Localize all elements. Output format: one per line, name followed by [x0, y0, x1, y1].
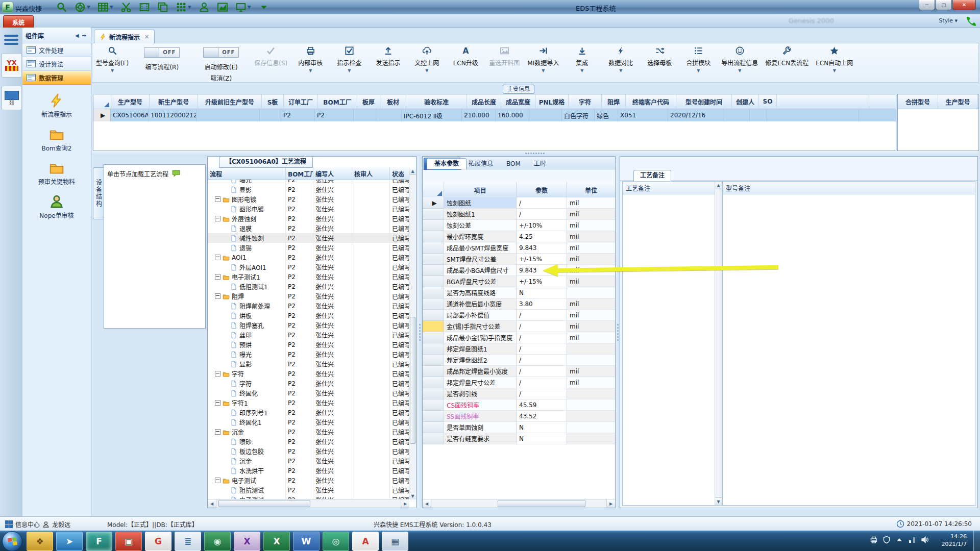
param-value-field[interactable]: N — [517, 287, 567, 298]
param-row[interactable]: ▶ 最小焊环宽度 4.25 mil — [423, 231, 615, 242]
grid-column-header[interactable]: 创建人 — [732, 94, 759, 109]
dropdown-caret[interactable]: ▼ — [580, 68, 583, 73]
param-row[interactable]: ▶ 金(锡)手指尺寸公差 / mil — [423, 321, 615, 332]
taskbar-app-notes[interactable]: ≣ — [175, 532, 201, 551]
预烘[interactable]: 预烘 P2 张仕兴 已编写 — [208, 340, 409, 349]
dropdown-caret[interactable]: ▼ — [833, 68, 836, 73]
merge-list-column-header[interactable]: 生产型号 — [938, 94, 978, 109]
tray-volume-icon[interactable] — [921, 536, 929, 544]
grid-data-row[interactable]: ▶ CX051006A010011200021249P2P2IPC-6012 Ⅱ… — [93, 109, 896, 121]
水洗烘干[interactable]: 水洗烘干 P2 张仕兴 已编写 — [208, 466, 409, 475]
column-flow[interactable]: 流程 — [208, 167, 286, 180]
column-value[interactable]: 参数 — [517, 182, 567, 197]
dropdown-caret[interactable]: ▼ — [188, 5, 191, 10]
taskbar-app-pdf[interactable]: A — [352, 532, 379, 551]
instruction-check-button[interactable]: 指示检查 ▼ — [330, 43, 369, 73]
dropdown-caret[interactable]: ▼ — [87, 5, 90, 10]
曝光[interactable]: 曝光 P2 张仕兴 已编写 — [208, 349, 409, 359]
dropdown-caret[interactable]: ▼ — [697, 68, 700, 73]
table-icon[interactable]: ▼ — [97, 2, 113, 13]
烘板[interactable]: 烘板 P2 张仕兴 已编写 — [208, 311, 409, 320]
taskbar-app-excel[interactable]: X — [263, 532, 290, 551]
grid-column-header[interactable]: 订单工厂 — [284, 94, 318, 109]
sidebar-item-data-manage[interactable]: 数据管理 — [22, 71, 91, 85]
param-value-field[interactable]: N — [517, 433, 567, 444]
collapse-icon[interactable] — [215, 293, 220, 299]
碱性蚀刻[interactable]: 碱性蚀刻 P2 张仕兴 已编写 — [208, 233, 409, 243]
param-row[interactable]: ▶ 成品最小SMT焊盘宽度 9.843 mil — [423, 242, 615, 254]
taskbar-app-word[interactable]: W — [293, 532, 320, 551]
reselect-panel-drawing-button[interactable]: 重选开料图 ▼ — [485, 43, 524, 73]
板边包胶[interactable]: 板边包胶 P2 张仕兴 已编写 — [208, 446, 409, 456]
collapse-icon[interactable] — [215, 274, 220, 280]
param-row[interactable]: ▶ 局部最小补偿值 / mil — [423, 310, 615, 321]
param-value-field[interactable]: / — [517, 332, 567, 343]
system-tab[interactable]: 系统 — [3, 15, 34, 28]
column-writer[interactable]: 编写人 — [313, 167, 352, 180]
phone-icon[interactable] — [965, 15, 976, 27]
search-icon[interactable]: ▼ — [56, 2, 67, 13]
send-instruction-button[interactable]: 发送指示 ▼ — [369, 43, 407, 73]
start-modify-toggle[interactable]: OFF 启动修改(E) 取消(Z) — [191, 43, 251, 82]
write-flow-toggle[interactable]: OFF 编写流程(R) — [132, 43, 191, 71]
ecn-auto-upload-button[interactable]: ECN自动上网 ▼ — [812, 43, 856, 73]
param-row[interactable]: ▶ SS面残铜率 43.52 — [423, 411, 615, 422]
param-row[interactable]: ▶ 蚀刻图纸1 / mil — [423, 209, 615, 220]
cancel-button[interactable]: 取消(Z) — [210, 73, 232, 82]
tab-device-structure[interactable]: 设备结构 — [93, 167, 104, 219]
collapse-icon[interactable] — [215, 255, 220, 260]
taskbar-clock[interactable]: 14:26 2021/1/7 — [942, 533, 967, 548]
显影[interactable]: 显影 P2 张仕兴 已编写 — [208, 359, 409, 369]
tab-process-notes[interactable]: 工艺备注 — [633, 170, 671, 181]
tray-expand-icon[interactable] — [895, 536, 903, 544]
param-value-field[interactable]: N — [517, 422, 567, 433]
图形电镀[interactable]: 图形电镀 P2 张仕兴 已编写 — [208, 194, 409, 204]
字符[interactable]: 字符 P2 张仕兴 已编写 — [208, 369, 409, 379]
电子测试[interactable]: 电子测试 P2 张仕兴 已编写 — [208, 475, 409, 485]
AOI1[interactable]: AOI1 P2 张仕兴 已编写 — [208, 253, 409, 262]
grid-column-header[interactable]: 成品长度 — [467, 94, 501, 109]
dropdown-caret[interactable]: ▼ — [248, 5, 251, 10]
dropdown-caret[interactable]: ▼ — [309, 68, 312, 73]
param-row[interactable]: ▶ BGA焊盘尺寸公差 +/-15% mil — [423, 276, 615, 287]
save-info-button[interactable]: 保存信息(S) ▼ — [251, 43, 291, 73]
param-row[interactable]: ▶ 成品最小金(锡)手指宽度 / mil — [423, 332, 615, 343]
param-value-field[interactable]: 45.59 — [517, 399, 567, 411]
sidebar-back-icon[interactable]: ◀ — [74, 33, 81, 38]
tray-help-icon[interactable] — [883, 536, 891, 544]
taskbar-app-save[interactable]: ▣ — [115, 532, 142, 551]
notes-vertical-scrollbar[interactable]: ▲ ▼ — [715, 182, 722, 505]
dropdown-caret[interactable]: ▼ — [110, 5, 113, 10]
tab-extend-info[interactable]: 拓展信息 — [462, 158, 499, 170]
param-value-field[interactable]: +/-10% — [517, 220, 567, 231]
help-ring-icon[interactable]: ▼ — [75, 2, 90, 13]
grid-column-header[interactable]: 升级前旧生产型号 — [198, 94, 262, 109]
param-row[interactable]: ▶ 是否有缝宽要求 N — [423, 433, 615, 444]
外层AOI1[interactable]: 外层AOI1 P2 张仕兴 已编写 — [208, 262, 409, 272]
喷砂[interactable]: 喷砂 P2 张仕兴 已编写 — [208, 437, 409, 446]
param-value-field[interactable]: / — [517, 197, 567, 209]
show-desktop-button[interactable] — [973, 531, 980, 551]
collapse-icon[interactable] — [215, 478, 220, 483]
param-row[interactable]: ▶ SMT焊盘尺寸公差 +/-15% mil — [423, 254, 615, 265]
tab-bom[interactable]: BOM — [500, 158, 527, 170]
param-value-field[interactable]: / — [517, 355, 567, 366]
taskbar-app-g[interactable]: G — [145, 532, 172, 551]
shortcut-new-flow[interactable]: 新流程指示 — [22, 93, 91, 118]
column-item[interactable]: 项目 — [444, 182, 517, 197]
曝光[interactable]: 曝光 P2 张仕兴 已编写 — [208, 180, 409, 185]
param-value-field[interactable]: 9.843 — [517, 242, 567, 254]
param-value-field[interactable]: / — [517, 321, 567, 332]
param-row[interactable]: ▶ 蚀刻公差 +/-10% mil — [423, 220, 615, 231]
data-compare-button[interactable]: 数据对比 ▼ — [601, 43, 640, 73]
monitor-icon[interactable]: ▼ — [235, 2, 251, 13]
param-row[interactable]: ▶ 成品邦定焊盘最小宽度 / mil — [423, 366, 615, 377]
info-center-label[interactable]: 信息中心 — [15, 520, 40, 529]
export-flow-info-button[interactable]: 导出流程信息 ▼ — [718, 43, 762, 73]
param-row[interactable]: ▶ 是否剥引线 / — [423, 388, 615, 399]
字符[interactable]: 字符 P2 张仕兴 已编写 — [208, 379, 409, 388]
chart-icon[interactable]: ▼ — [217, 2, 228, 13]
vertical-splitter-2[interactable] — [616, 156, 620, 508]
grid-column-header[interactable]: 成品宽度 — [501, 94, 535, 109]
grid-column-header[interactable]: 验收标准 — [406, 94, 467, 109]
